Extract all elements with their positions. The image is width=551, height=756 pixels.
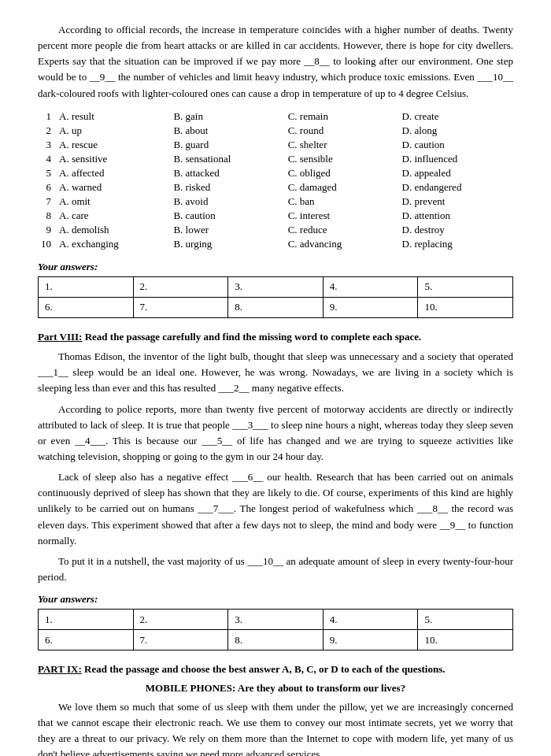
answer-cell: 4.	[323, 610, 418, 630]
mc-row: 5 A. affected B. attacked C. obliged D. …	[38, 166, 513, 180]
mc-num: 2	[38, 124, 56, 138]
mc-d: D. replacing	[399, 237, 513, 251]
mc-row: 4 A. sensitive B. sensational C. sensibl…	[38, 152, 513, 166]
mc-num: 8	[38, 209, 56, 223]
mc-b: B. avoid	[170, 195, 284, 209]
mc-num: 6	[38, 180, 56, 195]
mc-a: A. result	[56, 109, 170, 124]
mc-a: A. care	[56, 209, 170, 223]
mc-a: A. affected	[56, 166, 170, 180]
mc-num: 7	[38, 195, 56, 209]
mc-b: B. risked	[170, 180, 284, 195]
mc-c: C. interest	[285, 209, 399, 223]
mc-d: D. appealed	[399, 166, 513, 180]
mc-c: C. sensible	[285, 152, 399, 166]
mc-d: D. influenced	[399, 152, 513, 166]
mc-row: 7 A. omit B. avoid C. ban D. prevent	[38, 195, 513, 209]
mc-c: C. round	[285, 124, 399, 138]
mc-b: B. attacked	[170, 166, 284, 180]
mc-b: B. gain	[170, 109, 284, 124]
answer-cell: 1.	[39, 276, 134, 297]
part8-para: To put it in a nutshell, the vast majori…	[38, 554, 513, 585]
mc-c: C. advancing	[285, 237, 399, 251]
mc-row: 9 A. demolish B. lower C. reduce D. dest…	[38, 223, 513, 237]
mc-options-table: 1 A. result B. gain C. remain D. create …	[38, 109, 513, 251]
answer-table-2: 1.2.3.4.5. 6.7.8.9.10.	[38, 609, 513, 650]
answer-cell: 5.	[418, 610, 513, 630]
mc-num: 4	[38, 152, 56, 166]
mc-d: D. caution	[399, 138, 513, 152]
answer-cell: 3.	[228, 276, 324, 297]
part8-passage: Thomas Edison, the inventor of the light…	[38, 349, 513, 585]
answer-table-1: 1.2.3.4.5. 6.7.8.9.10.	[38, 276, 513, 318]
answer-cell: 1.	[39, 610, 134, 630]
mc-row: 2 A. up B. about C. round D. along	[38, 124, 513, 138]
mc-c: C. reduce	[285, 223, 399, 237]
part8-para: Lack of sleep also has a negative effect…	[38, 469, 513, 549]
answer-cell: 10.	[418, 630, 513, 650]
answer-cell: 9.	[323, 630, 418, 650]
answer-cell: 9.	[323, 297, 418, 317]
mc-c: C. shelter	[285, 138, 399, 152]
passage1-text: According to official records, the incre…	[38, 22, 513, 102]
answer-cell: 2.	[133, 610, 228, 630]
answer-cell: 5.	[418, 276, 513, 297]
mc-d: D. destroy	[399, 223, 513, 237]
answer-cell: 6.	[39, 297, 134, 317]
mc-a: A. rescue	[56, 138, 170, 152]
part9-heading: PART IX: Read the passage and choose the…	[38, 662, 513, 677]
mc-num: 3	[38, 138, 56, 152]
answer-cell: 7.	[133, 297, 228, 317]
mc-row: 1 A. result B. gain C. remain D. create	[38, 109, 513, 124]
mc-b: B. guard	[170, 138, 284, 152]
answer-cell: 3.	[228, 610, 324, 630]
mc-b: B. caution	[170, 209, 284, 223]
mc-a: A. exchanging	[56, 237, 170, 251]
answer-cell: 4.	[323, 276, 418, 297]
mc-row: 6 A. warned B. risked C. damaged D. enda…	[38, 180, 513, 195]
mc-num: 5	[38, 166, 56, 180]
part8-para: Thomas Edison, the inventor of the light…	[38, 349, 513, 396]
mc-num: 10	[38, 237, 56, 251]
your-answers-label-1: Your answers:	[38, 261, 513, 273]
mc-c: C. ban	[285, 195, 399, 209]
mc-a: A. demolish	[56, 223, 170, 237]
answer-cell: 2.	[133, 276, 228, 297]
mc-b: B. sensational	[170, 152, 284, 166]
answer-cell: 7.	[133, 630, 228, 650]
mc-c: C. obliged	[285, 166, 399, 180]
mc-d: D. prevent	[399, 195, 513, 209]
mc-c: C. damaged	[285, 180, 399, 195]
part8-para: According to police reports, more than t…	[38, 402, 513, 465]
mc-c: C. remain	[285, 109, 399, 124]
mc-a: A. omit	[56, 195, 170, 209]
mc-d: D. along	[399, 124, 513, 138]
answer-cell: 8.	[228, 630, 324, 650]
mc-num: 9	[38, 223, 56, 237]
mc-a: A. warned	[56, 180, 170, 195]
part9-sub-heading: MOBILE PHONES: Are they about to transfo…	[38, 682, 513, 695]
answer-cell: 8.	[228, 297, 324, 317]
answer-cell: 6.	[39, 630, 134, 650]
part9-passage: We love them so much that some of us sle…	[38, 699, 513, 756]
mc-d: D. attention	[399, 209, 513, 223]
mc-row: 8 A. care B. caution C. interest D. atte…	[38, 209, 513, 223]
mc-num: 1	[38, 109, 56, 124]
mc-row: 10 A. exchanging B. urging C. advancing …	[38, 237, 513, 251]
mc-a: A. sensitive	[56, 152, 170, 166]
your-answers-label-2: Your answers:	[38, 593, 513, 606]
mc-d: D. endangered	[399, 180, 513, 195]
mc-b: B. urging	[170, 237, 284, 251]
mc-a: A. up	[56, 124, 170, 138]
mc-row: 3 A. rescue B. guard C. shelter D. cauti…	[38, 138, 513, 152]
part8-heading: Part VIII: Read the passage carefully an…	[38, 329, 513, 345]
mc-b: B. lower	[170, 223, 284, 237]
mc-b: B. about	[170, 124, 284, 138]
mc-d: D. create	[399, 109, 513, 124]
answer-cell: 10.	[418, 297, 513, 317]
